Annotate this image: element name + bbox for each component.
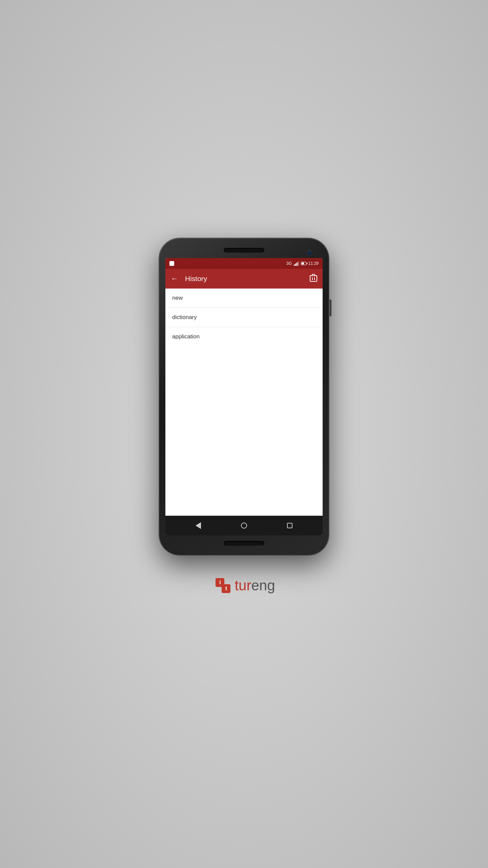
- svg-rect-4: [312, 274, 315, 276]
- list-item[interactable]: dictionary: [165, 308, 323, 327]
- back-triangle-icon: [196, 522, 201, 529]
- logo-icon: i t: [213, 575, 233, 596]
- signal-bar-1: [294, 264, 295, 266]
- logo-text-tur: tur: [235, 577, 251, 593]
- logo-text-eng: eng: [251, 577, 275, 593]
- delete-button[interactable]: [310, 274, 317, 284]
- status-bar: 3G 11:29: [165, 258, 323, 269]
- nav-back-button[interactable]: [191, 519, 205, 532]
- phone-device: 3G 11:29 ← History: [159, 238, 329, 555]
- history-word-1: new: [172, 295, 183, 301]
- toolbar-title: History: [185, 275, 310, 283]
- svg-rect-0: [310, 276, 317, 281]
- list-item[interactable]: application: [165, 327, 323, 346]
- history-list: new dictionary application: [165, 289, 323, 516]
- navigation-bar: [165, 516, 323, 535]
- history-word-3: application: [172, 333, 200, 340]
- logo-t-letter: t: [225, 586, 227, 592]
- signal-bar-4: [298, 261, 299, 266]
- app-toolbar: ← History: [165, 269, 323, 289]
- history-word-2: dictionary: [172, 314, 197, 320]
- back-button[interactable]: ←: [171, 274, 178, 283]
- status-right: 3G 11:29: [286, 261, 319, 266]
- nav-recents-button[interactable]: [283, 519, 297, 532]
- phone-screen: 3G 11:29 ← History: [165, 258, 323, 535]
- list-item[interactable]: new: [165, 289, 323, 308]
- battery-fill: [302, 262, 304, 264]
- phone-body: 3G 11:29 ← History: [159, 238, 329, 555]
- logo-i-letter: i: [219, 579, 221, 586]
- nav-home-button[interactable]: [237, 519, 251, 532]
- signal-strength: [294, 261, 299, 266]
- home-circle-icon: [241, 522, 247, 529]
- logo-t-box: t: [222, 584, 230, 593]
- volume-button: [329, 299, 331, 316]
- top-speaker: [224, 248, 264, 253]
- brand-logo: i t tureng: [213, 575, 275, 596]
- status-left: [169, 261, 174, 266]
- network-indicator: 3G: [286, 261, 292, 266]
- recents-square-icon: [287, 523, 292, 528]
- app-icon: [169, 261, 174, 266]
- bottom-speaker: [224, 541, 264, 546]
- battery-indicator: [301, 262, 306, 265]
- time-display: 11:29: [308, 261, 319, 266]
- logo-text: tureng: [235, 577, 275, 594]
- signal-bar-2: [295, 263, 296, 266]
- signal-bar-3: [297, 262, 298, 266]
- front-camera: [307, 251, 312, 255]
- list-empty-space: [165, 346, 323, 516]
